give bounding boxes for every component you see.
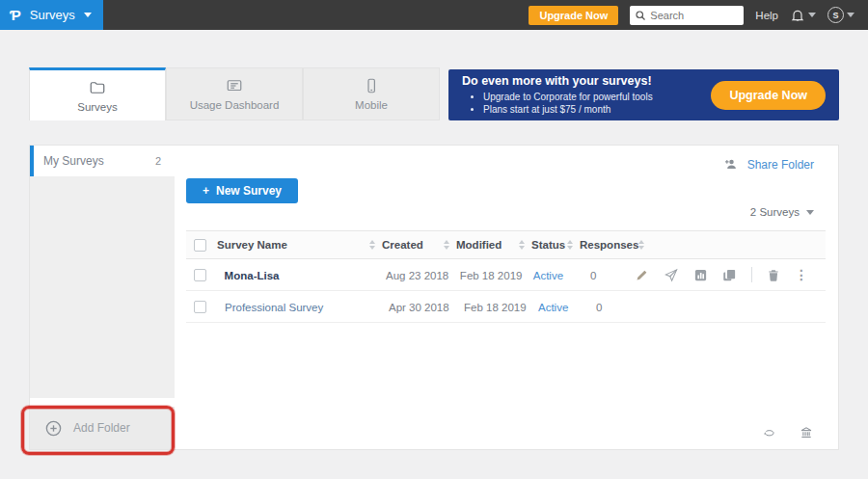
tab-label: Mobile: [355, 99, 388, 111]
survey-name-link[interactable]: Mona-Lisa: [225, 270, 280, 281]
sort-icon[interactable]: [638, 240, 644, 250]
new-survey-button[interactable]: + New Survey: [186, 178, 298, 203]
bell-icon: [790, 8, 805, 23]
person-add-icon: [723, 157, 740, 172]
survey-name-link[interactable]: Professional Survey: [225, 302, 323, 313]
folder-sidebar: My Surveys 2 Add Folder: [30, 146, 175, 449]
sort-icon[interactable]: [519, 240, 525, 250]
modified-cell: Feb 18 2019: [456, 298, 531, 315]
mobile-phone-icon: [362, 77, 381, 94]
sort-icon[interactable]: [369, 240, 375, 250]
responses-cell: 0: [580, 298, 641, 315]
created-cell: Apr 30 2018: [382, 298, 456, 315]
banner-upgrade-button[interactable]: Upgrade Now: [711, 81, 826, 110]
status-badge[interactable]: Active: [538, 302, 568, 313]
row-actions: ⋮: [635, 267, 826, 282]
search-input[interactable]: [650, 10, 737, 21]
topbar-actions: Upgrade Now Help S: [529, 6, 868, 25]
dashboard-icon: [225, 77, 244, 94]
avatar: S: [827, 7, 844, 23]
tab-strip: Surveys Usage Dashboard Mobile: [29, 67, 440, 120]
copy-icon[interactable]: [722, 268, 737, 282]
actions-divider: [751, 267, 752, 282]
edit-pencil-icon[interactable]: [635, 268, 649, 282]
account-menu[interactable]: S: [827, 7, 854, 23]
recycle-bin-icon[interactable]: [799, 425, 814, 439]
help-link[interactable]: Help: [755, 10, 778, 21]
share-folder-button[interactable]: Share Folder: [723, 157, 814, 172]
column-header-created[interactable]: Created: [382, 239, 456, 251]
tab-usage-dashboard[interactable]: Usage Dashboard: [166, 67, 303, 120]
responses-cell: 0: [574, 266, 635, 283]
survey-count-dropdown[interactable]: 2 Surveys: [750, 206, 814, 218]
survey-name-cell: Mona-Lisa: [217, 266, 379, 283]
trash-icon[interactable]: [767, 268, 780, 282]
chevron-down-icon: [847, 13, 854, 17]
status-cell: Active: [527, 266, 574, 283]
tab-mobile[interactable]: Mobile: [303, 67, 440, 120]
row-checkbox[interactable]: [194, 301, 206, 313]
sidebar-background: [30, 176, 175, 398]
chevron-down-icon: [84, 13, 92, 17]
status-cell: Active: [531, 298, 580, 315]
tab-surveys[interactable]: Surveys: [29, 67, 166, 120]
column-header-status[interactable]: Status: [531, 239, 580, 251]
row-checkbox-cell: [186, 301, 217, 313]
status-badge[interactable]: Active: [533, 270, 563, 281]
column-header-survey-name[interactable]: Survey Name: [217, 239, 382, 251]
panel-footer-actions: [760, 425, 814, 439]
promo-bullet: Upgrade to Corporate for powerful tools: [483, 91, 653, 103]
table-row: Mona-Lisa Aug 23 2018 Feb 18 2019 Active…: [186, 259, 826, 291]
surveys-table: Survey Name Created Modified Status Resp…: [186, 230, 826, 323]
more-options-icon[interactable]: ⋮: [795, 268, 808, 281]
survey-count-label: 2 Surveys: [750, 206, 800, 218]
column-header-modified[interactable]: Modified: [456, 239, 531, 251]
app-logo: Ƥ: [10, 7, 21, 23]
add-folder-button[interactable]: Add Folder: [30, 407, 175, 449]
product-menu-label: Surveys: [30, 8, 75, 22]
promo-bullet: Plans start at just $75 / month: [483, 103, 653, 116]
row-checkbox-cell: [186, 269, 217, 281]
sort-icon[interactable]: [567, 240, 573, 250]
chevron-down-icon: [806, 210, 814, 215]
plus-circle-icon: [44, 419, 63, 438]
top-bar: Ƥ Surveys Upgrade Now Help S: [0, 0, 868, 30]
sidebar-item-my-surveys[interactable]: My Surveys 2: [30, 146, 175, 176]
promo-banner: Do even more with your surveys! Upgrade …: [448, 69, 839, 120]
folder-count-badge: 2: [155, 155, 161, 167]
chevron-down-icon: [808, 13, 816, 17]
promo-text: Do even more with your surveys! Upgrade …: [462, 74, 653, 116]
row-checkbox[interactable]: [194, 269, 206, 281]
send-paper-plane-icon[interactable]: [664, 268, 679, 282]
created-cell: Aug 23 2018: [379, 266, 452, 283]
header-checkbox-cell: [186, 239, 217, 252]
table-row: Professional Survey Apr 30 2018 Feb 18 2…: [186, 291, 826, 323]
tab-label: Usage Dashboard: [190, 99, 280, 111]
promo-bullet-list: Upgrade to Corporate for powerful tools …: [483, 91, 653, 116]
sort-icon[interactable]: [444, 240, 449, 250]
modified-cell: Feb 18 2019: [452, 266, 527, 283]
column-header-responses[interactable]: Responses: [580, 239, 641, 251]
folder-label: My Surveys: [43, 154, 104, 168]
folder-icon: [88, 79, 107, 96]
notifications-menu[interactable]: [790, 8, 816, 23]
product-menu[interactable]: Ƥ Surveys: [0, 0, 103, 30]
tab-label: Surveys: [77, 101, 118, 113]
promo-title: Do even more with your surveys!: [462, 74, 653, 88]
search-box[interactable]: [630, 6, 744, 25]
share-folder-label: Share Folder: [747, 158, 814, 172]
survey-name-cell: Professional Survey: [217, 298, 382, 315]
restore-icon[interactable]: [760, 426, 777, 439]
new-survey-label: New Survey: [216, 184, 282, 198]
upgrade-now-button[interactable]: Upgrade Now: [529, 6, 618, 25]
surveys-panel: My Surveys 2 Add Folder Share Folder + N…: [29, 145, 839, 450]
search-icon: [635, 10, 646, 21]
table-header: Survey Name Created Modified Status Resp…: [186, 230, 826, 259]
add-folder-label: Add Folder: [73, 421, 130, 435]
select-all-checkbox[interactable]: [194, 239, 206, 252]
plus-icon: +: [203, 184, 209, 198]
report-chart-icon[interactable]: [693, 268, 708, 282]
